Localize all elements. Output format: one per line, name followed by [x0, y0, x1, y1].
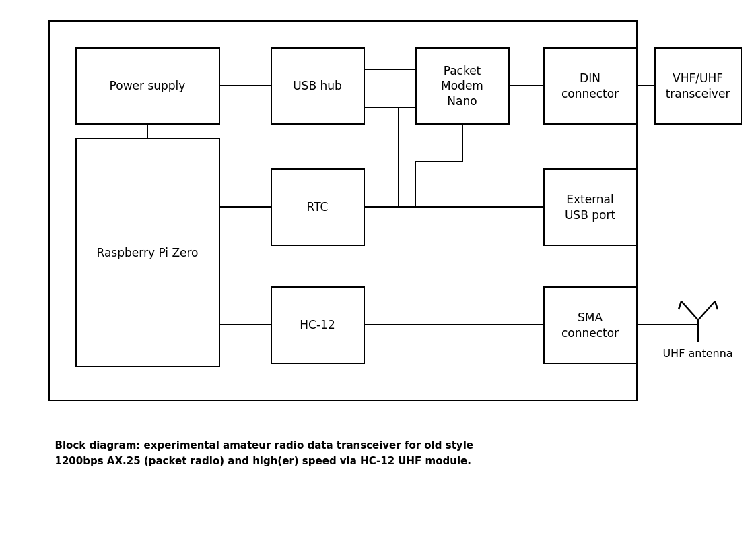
block-raspberry-pi: Raspberry Pi Zero — [75, 138, 220, 367]
block-din-connector: DINconnector — [543, 47, 638, 125]
external-usb-label: ExternalUSB port — [565, 192, 615, 222]
block-vhf-uhf-transceiver: VHF/UHFtransceiver — [654, 47, 742, 125]
block-rtc: RTC — [271, 168, 365, 246]
caption-line2: 1200bps AX.25 (packet radio) and high(er… — [55, 455, 471, 467]
raspberry-pi-label: Raspberry Pi Zero — [96, 245, 198, 260]
din-connector-label: DINconnector — [561, 71, 619, 100]
vhf-uhf-label: VHF/UHFtransceiver — [666, 71, 730, 100]
svg-line-1 — [681, 301, 698, 320]
block-sma-connector: SMAconnector — [543, 286, 638, 364]
uhf-antenna-label: UHF antenna — [662, 347, 732, 360]
rtc-label: RTC — [307, 199, 329, 214]
svg-line-4 — [715, 301, 718, 309]
svg-line-3 — [679, 301, 681, 309]
block-external-usb: ExternalUSB port — [543, 168, 638, 246]
sma-connector-label: SMAconnector — [561, 310, 619, 340]
block-packet-modem: PacketModemNano — [415, 47, 510, 125]
hc12-label: HC-12 — [300, 317, 335, 332]
usb-hub-label: USB hub — [293, 78, 342, 93]
caption: Block diagram: experimental amateur radi… — [48, 438, 708, 468]
block-power-supply: Power supply — [75, 47, 220, 125]
power-supply-label: Power supply — [110, 78, 186, 93]
uhf-antenna-area: UHF antenna — [654, 283, 742, 371]
block-usb-hub: USB hub — [271, 47, 365, 125]
block-hc12: HC-12 — [271, 286, 365, 364]
packet-modem-label: PacketModemNano — [441, 63, 483, 108]
svg-line-2 — [698, 301, 715, 320]
antenna-icon — [675, 294, 722, 342]
diagram-container: Power supply Raspberry Pi Zero USB hub R… — [48, 20, 708, 424]
caption-line1: Block diagram: experimental amateur radi… — [55, 439, 473, 451]
